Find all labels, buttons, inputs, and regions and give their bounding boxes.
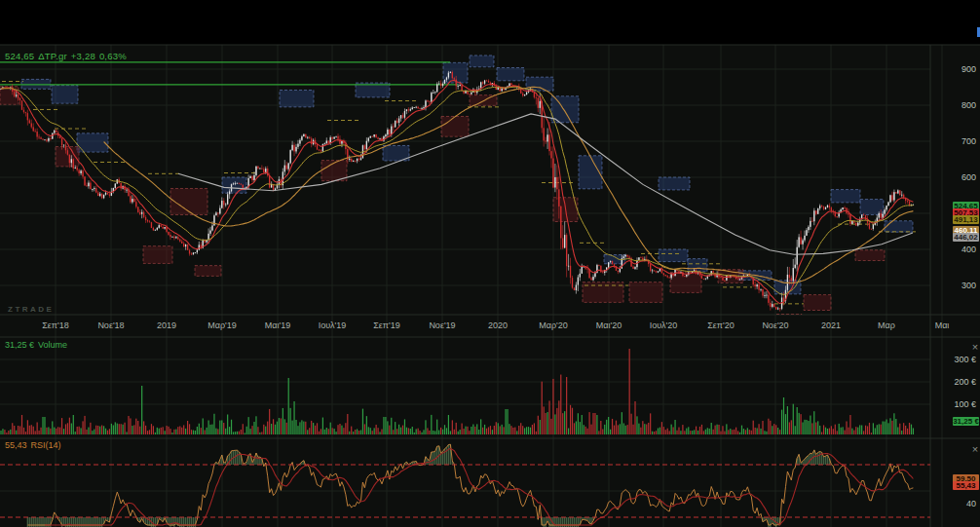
rsi-current-value: 55,43 [5,440,27,450]
rsi-panel-label: 55,43RSI(14) [5,440,65,450]
volume-close-icon[interactable]: × [969,342,980,354]
volume-indicator-name: Volume [38,340,67,350]
rsi-indicator-name: RSI(14) [31,440,61,450]
instrument-label: 524,65ΔTP.gr+3,280,63% [5,51,131,61]
ztrade-watermark: ZTRADE [8,305,54,314]
volume-panel-label: 31,25 €Volume [5,340,71,350]
rsi-close-icon[interactable]: × [969,444,980,456]
instrument-change: +3,28 [71,51,95,61]
chart-canvas[interactable] [0,0,980,527]
volume-current-value: 31,25 € [5,340,34,350]
trading-chart-window: 900800700600500400300300 €200 €100 €6040… [0,0,980,527]
instrument-change-pct: 0,63% [99,51,127,61]
instrument-symbol: ΔTP.gr [38,51,67,61]
instrument-last-price: 524,65 [5,51,34,61]
